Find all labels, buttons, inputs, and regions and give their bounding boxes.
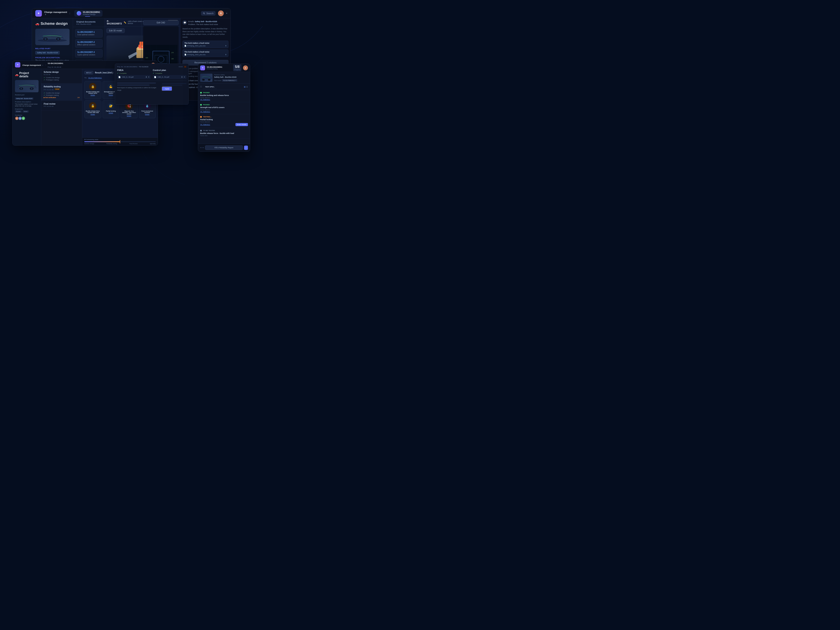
dot-1 — [200, 147, 201, 148]
fmea-download-icon[interactable]: ⬇ — [145, 76, 147, 78]
test-spec-link[interactable]: TS-SS-PSBK001C — [88, 77, 102, 79]
test-card-release[interactable]: 🔓 Buckle release force - buckle with loa… — [84, 100, 101, 118]
result-3-ts: TS ID: B021V6 — [200, 121, 248, 123]
fmea-status: ✓ Complete — [117, 72, 151, 74]
proj-contact-3: C — [22, 117, 25, 120]
search-icon — [203, 12, 205, 14]
ai-doc-card-1: The lock makes a loud noise 📄 BYDQing_20… — [183, 41, 229, 48]
email-subject: Safety belt · Buckle-KD20 — [195, 21, 217, 22]
enter-results-button[interactable]: Enter results — [235, 123, 248, 126]
main-tab[interactable]: SS-BK230226BN1 Scheme design — [74, 10, 103, 17]
text-line-1 — [117, 82, 156, 84]
label-line-2 — [162, 85, 182, 86]
release-icon: 🔓 — [89, 102, 96, 109]
tab-indicator — [85, 16, 90, 17]
result-3-ref[interactable]: TR_PSBK001C — [200, 124, 210, 125]
download-icon-2[interactable]: ⬇ — [225, 54, 227, 55]
magnetic-link[interactable]: Details — [122, 115, 136, 117]
rel-test-model-select[interactable]: TS-SS-PSBK001C ▾ — [222, 79, 237, 82]
app-name-group[interactable]: Change management ▾ — [44, 11, 67, 16]
stage-2-check-2: ✓ — [44, 94, 45, 96]
control-download-icon[interactable]: ⬇ — [181, 76, 183, 78]
result-1-ref[interactable]: TR_PSBK001C — [200, 99, 248, 100]
dot-3 — [203, 147, 204, 148]
proj-kw-buckle: Buckle — [15, 111, 22, 112]
svg-point-5 — [44, 38, 47, 40]
proj-app-name: Change management — [22, 64, 41, 66]
spec-check-icon[interactable]: ☐ — [200, 86, 202, 88]
stage-2-header: P/T: 01-03-48 Detail — [44, 88, 80, 91]
ai-doc-1-filename: BYDQing_2021_plus.doc — [187, 45, 206, 47]
fmea-close-icon[interactable]: ✕ — [148, 76, 150, 78]
reliability-report-button[interactable]: Fill in Reliability Report — [205, 145, 243, 150]
test-result-3: TESTING... Partial locking TS ID: B021V6… — [198, 114, 250, 128]
related-part-label: Related part — [35, 47, 69, 50]
control-doc-name: CAD_S...N1.pdf — [158, 76, 180, 78]
partial-link[interactable]: Details — [104, 112, 118, 114]
cad-toolbar: Edit CAD — [142, 18, 180, 26]
result-1-dot — [200, 92, 202, 93]
page-title-text: Scheme design — [41, 22, 68, 26]
proj-contacts: A B C — [15, 117, 39, 120]
proj-chevron-icon: ▾ — [42, 65, 43, 66]
orig-docs-header: Original documents P/N: Buckle-KD20 — [73, 18, 104, 27]
dot-2 — [202, 147, 202, 148]
fmea-columns: FMEA ✓ Complete 📄 CAD_S...N1.pdf ⬇ ✕ Con… — [117, 69, 186, 79]
test-verification-link[interactable]: ▶ Test verification — [44, 97, 56, 98]
stage-2-task-2-text: Prototype making — [46, 94, 58, 96]
result-2-ref[interactable]: TR_PSBK001C — [200, 111, 248, 112]
result-3-dot — [200, 116, 202, 118]
proj-tab-id: SS-BK230226BN1 — [48, 62, 63, 65]
apply-button[interactable]: Apply — [162, 87, 172, 91]
doc-icon-2: 📄 — [184, 54, 186, 55]
orig-docs-pn: P/N: Buckle-KD20 — [76, 23, 101, 25]
rel-part-name: Safety belt - Buckle-KD20 — [214, 76, 237, 78]
fmea-doc-row: 📄 CAD_S...N1.pdf ⬇ ✕ — [117, 75, 151, 79]
timeline-current-marker: Current — [119, 140, 121, 145]
result-4-status: TO BE TESTED — [203, 129, 215, 131]
rel-test-model-row: Test-model TS-SS-PSBK001C ▾ — [214, 79, 237, 82]
stage-3-date: P/T: 01-03-46 — [44, 106, 80, 107]
release-link[interactable]: Details — [86, 114, 100, 115]
test-card-buckle-locking[interactable]: 🔒 Buckle locking and release force Detai… — [84, 81, 101, 99]
buckle-locking-link[interactable]: Details — [86, 94, 100, 96]
spec-list-icon[interactable]: ☰ — [246, 86, 248, 88]
stage-2-task-1: ✓ Confirm the design — [44, 92, 80, 94]
proj-title-text: Project details — [19, 71, 39, 78]
rel-car-info: Passive safety Safety belt - Buckle-KD20… — [214, 74, 237, 82]
fmea-status-text: Complete — [120, 73, 126, 74]
model-edit-icon[interactable]: ✏️ — [124, 21, 126, 24]
back-button[interactable]: ◀ Back — [84, 71, 93, 74]
user-avatar[interactable]: A — [218, 11, 224, 16]
stage-1-name: Scheme design — [44, 71, 80, 73]
ai-doc-2-title: The lock makes a loud noise — [184, 51, 227, 53]
result-4-dot — [200, 130, 202, 131]
result-4-ts: TS ID: 0/15 — [200, 135, 248, 136]
user-chevron-icon[interactable]: ▾ — [226, 12, 227, 14]
partial-name: Partial locking — [104, 111, 118, 112]
scheme-card-3[interactable]: Sc-BK230226BT-3 Cycle optimal solution — [75, 49, 103, 58]
tab-avatar — [77, 11, 81, 16]
edit-3d-button[interactable]: Edit 3D model — [106, 28, 125, 33]
proj-car-image — [15, 80, 39, 92]
control-close-icon[interactable]: ✕ — [183, 76, 185, 78]
fluid-link[interactable]: Details — [140, 114, 155, 115]
project-left-panel: 🚗 Project details Related part Safety be… — [13, 69, 41, 145]
scheme-card-2[interactable]: Sc-BK230226BT-2 Effect optimal solution — [75, 39, 103, 47]
edit-cad-button[interactable]: Edit CAD — [143, 20, 178, 25]
rel-car-svg — [200, 74, 212, 82]
rel-arrow-button[interactable]: › — [244, 145, 248, 150]
stage-reliability-testing: Reliability testing P/T: 01-03-48 Detail… — [41, 84, 82, 101]
result-3-status: TESTING... — [203, 116, 212, 118]
result-3-action-row: TR_PSBK001C Enter results — [200, 123, 248, 126]
scheme-card-1[interactable]: Sc-BK230226BT-1 Cost optimal solution — [75, 29, 103, 38]
check-1: ✓ — [44, 77, 45, 79]
page-title: 🚗 Scheme design — [35, 22, 69, 26]
download-icon-1[interactable]: ⬇ — [225, 45, 227, 47]
rel-tab-sub: Reliability testing — [207, 68, 222, 69]
search-button[interactable]: Search — [201, 11, 216, 16]
spec-grid-icon[interactable]: ⊞ — [244, 86, 245, 88]
proj-tab-sub: Proj. ID: SS-JB-48 — [48, 66, 61, 68]
apply-label — [162, 83, 186, 86]
project-stages: Scheme design 01-03-48 ✓ Confirm the des… — [41, 69, 82, 145]
